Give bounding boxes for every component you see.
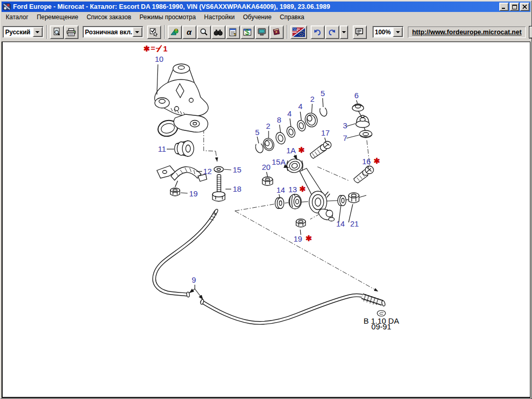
part-label[interactable]: 9 — [192, 275, 196, 284]
alpha-index-button[interactable]: α — [182, 25, 196, 39]
website-link[interactable]: http://www.fordeurope.microcat.net — [412, 29, 522, 36]
part-label[interactable]: 2 — [310, 95, 314, 103]
part-label[interactable]: 15 — [233, 165, 242, 174]
language-dropdown-button[interactable] — [33, 27, 43, 37]
part-label[interactable]: 18 — [233, 184, 242, 193]
pick-part-icon — [150, 28, 158, 36]
find-button[interactable] — [211, 25, 225, 39]
monitor-icon — [258, 28, 267, 36]
part-label[interactable]: 1A — [286, 146, 296, 155]
part-label: ✱ — [143, 44, 150, 53]
book-icon — [272, 28, 281, 36]
menu-item-3[interactable]: Режимы просмотра — [136, 12, 200, 22]
part-label[interactable]: 4 — [298, 102, 302, 111]
price-window-icon: $ — [243, 28, 251, 36]
toolbar-separator — [46, 25, 47, 39]
part-label[interactable]: 11 — [158, 144, 166, 153]
order-list-button[interactable] — [226, 25, 240, 39]
menu-item-2[interactable]: Список заказов — [83, 12, 136, 22]
part-label: = — [151, 44, 155, 52]
zoom-select[interactable]: 100% — [373, 26, 404, 38]
part-label[interactable]: 5 — [255, 128, 259, 137]
pick-part-button[interactable] — [147, 25, 161, 39]
undo-icon — [313, 29, 322, 36]
redo-button[interactable] — [325, 25, 339, 39]
print-preview-icon — [52, 28, 61, 36]
price-mode-dropdown-button[interactable] — [132, 27, 142, 37]
menu-bar: КаталогПеремещениеСписок заказовРежимы п… — [2, 12, 530, 22]
minimize-icon — [502, 5, 506, 9]
arm-bolt — [354, 166, 374, 183]
dish-washer — [360, 130, 372, 138]
annotation-button[interactable] — [353, 25, 367, 39]
parts-diagram-svg[interactable]: ✱=∕110111215181995284425171A✱6372015A141… — [3, 42, 530, 397]
part-label: ∕ — [156, 45, 161, 54]
part-label[interactable]: 21 — [350, 219, 359, 228]
clamp-washer — [214, 167, 223, 172]
part-label[interactable]: 6 — [354, 91, 358, 100]
arm-washer-rear — [338, 195, 346, 206]
magnifier-icon — [200, 28, 208, 36]
book-button[interactable] — [270, 25, 284, 39]
price-button[interactable]: $ — [241, 25, 255, 39]
menu-item-4[interactable]: Настройки — [200, 12, 239, 22]
diagram-canvas[interactable]: ✱=∕110111215181995284425171A✱6372015A141… — [2, 42, 530, 398]
part-label[interactable]: 4 — [287, 109, 291, 118]
zoom-dropdown-button[interactable] — [393, 27, 403, 37]
part-label[interactable]: 10 — [155, 55, 164, 63]
dollar-glyph: $ — [245, 28, 250, 36]
menu-item-6[interactable]: Справка — [276, 12, 309, 22]
menu-item-0[interactable]: Каталог — [2, 12, 33, 22]
redo-options-button[interactable] — [340, 25, 348, 39]
print-preview-button[interactable] — [50, 25, 64, 39]
maximize-button[interactable] — [510, 3, 519, 11]
close-icon — [523, 5, 527, 9]
part-label[interactable]: 14 — [276, 185, 285, 194]
part-label: ✱ — [305, 234, 312, 243]
print-button[interactable] — [64, 25, 78, 39]
part-label[interactable]: 12 — [203, 167, 212, 176]
stabilizer-clamp — [157, 166, 207, 187]
part-label[interactable]: 14 — [336, 219, 345, 228]
ball-joint-nut — [296, 219, 305, 228]
part-label[interactable]: 13 — [288, 185, 297, 194]
ford-oval-logo — [377, 311, 385, 316]
part-label[interactable]: 16 — [362, 157, 371, 166]
graphics-index-button[interactable] — [168, 25, 182, 39]
us-eu-flag-icon — [292, 28, 305, 37]
cone-bushing — [356, 115, 369, 128]
part-label[interactable]: 2 — [266, 122, 270, 130]
menu-item-1[interactable]: Перемещение — [33, 12, 83, 22]
mounting-bracket — [155, 64, 208, 138]
part-label[interactable]: 15A — [272, 157, 286, 166]
website-link-box[interactable]: http://www.fordeurope.microcat.net — [408, 26, 526, 38]
undo-button[interactable] — [311, 25, 325, 39]
close-button[interactable] — [520, 3, 529, 11]
zoom-button[interactable] — [197, 25, 211, 39]
toolbar: Русский Розничная вкл. — [2, 22, 530, 42]
part-label[interactable]: 19 — [189, 189, 198, 198]
part-label[interactable]: 20 — [262, 163, 271, 171]
part-label[interactable]: 7 — [343, 134, 347, 142]
part-label[interactable]: 5 — [321, 89, 325, 98]
part-label[interactable]: 19 — [294, 234, 302, 243]
region-flag-button[interactable] — [290, 25, 307, 39]
redo-icon — [328, 29, 336, 36]
price-mode-select[interactable]: Розничная вкл. — [83, 26, 143, 38]
menu-item-5[interactable]: Обучение — [239, 12, 276, 22]
language-select[interactable]: Русский — [3, 26, 44, 38]
chevron-down-icon — [342, 31, 346, 33]
arm-nut-front — [262, 177, 273, 186]
minimize-button[interactable] — [499, 3, 509, 11]
chevron-down-icon — [35, 31, 39, 33]
osi-button[interactable]: OSI — [529, 26, 532, 38]
part-label[interactable]: 8 — [277, 115, 281, 124]
arm-nut-rear — [349, 193, 359, 203]
app-window: Ford Europe - Microcat - Каталог: Escort… — [0, 0, 532, 399]
chevron-down-icon — [396, 31, 400, 33]
stabilizer-bushing — [175, 141, 194, 156]
maximize-icon — [512, 5, 517, 9]
screen-button[interactable] — [255, 25, 269, 39]
part-label[interactable]: 3 — [343, 121, 347, 130]
part-label[interactable]: 17 — [321, 128, 330, 137]
